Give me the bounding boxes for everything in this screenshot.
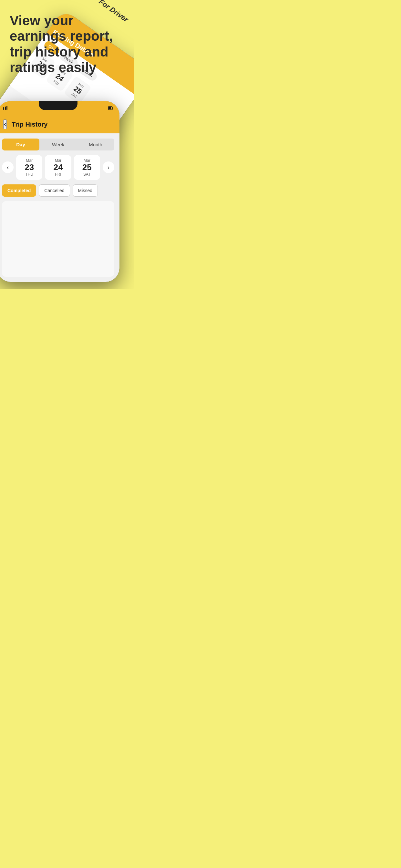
app-header: ‹ Trip History xyxy=(0,115,120,133)
battery-status-icon xyxy=(108,106,113,110)
date-label-1: FRI xyxy=(50,172,66,177)
svg-rect-5 xyxy=(109,107,111,110)
period-month-btn[interactable]: Month xyxy=(77,138,114,151)
app-title: Trip History xyxy=(11,121,48,128)
period-filter: Day Week Month xyxy=(2,138,114,151)
svg-rect-0 xyxy=(3,107,4,110)
date-day-1: 24 xyxy=(50,163,66,172)
date-day-0: 23 xyxy=(21,163,37,172)
page-container: For Driver View your earnings report, tr… xyxy=(0,0,134,289)
date-card-fri[interactable]: Mar 24 FRI xyxy=(45,155,71,180)
svg-rect-2 xyxy=(6,106,7,110)
signal-wifi-icon xyxy=(3,106,23,110)
header-title: View your earnings report, trip history … xyxy=(10,13,124,75)
period-week-btn[interactable]: Week xyxy=(39,138,77,151)
phone-notch xyxy=(39,101,78,110)
svg-rect-1 xyxy=(5,106,6,110)
status-time xyxy=(3,106,23,111)
svg-rect-4 xyxy=(113,107,113,109)
date-cards: Mar 23 THU Mar 24 FRI Mar 25 xyxy=(16,155,100,180)
date-month-0: Mar xyxy=(21,158,37,163)
phones-container: Earning Details Day Week Month Mar 23 xyxy=(0,82,134,282)
front-phone-inner: 9:41 ‹ Trip History xyxy=(0,101,120,282)
date-card-sat[interactable]: Mar 25 SAT xyxy=(74,155,100,180)
back-button[interactable]: ‹ xyxy=(3,120,7,129)
next-date-btn[interactable]: › xyxy=(103,161,114,173)
trips-list-area xyxy=(2,201,114,277)
status-tabs: Completed Cancelled Missed xyxy=(2,184,114,197)
period-day-btn[interactable]: Day xyxy=(2,138,39,151)
date-day-2: 25 xyxy=(79,163,95,172)
date-label-0: THU xyxy=(21,172,37,177)
cancelled-tab[interactable]: Cancelled xyxy=(39,184,70,197)
status-right xyxy=(108,106,113,110)
date-selector: ‹ Mar 23 THU Mar 24 FRI xyxy=(2,155,114,180)
date-card-thu[interactable]: Mar 23 THU xyxy=(16,155,42,180)
header-section: For Driver View your earnings report, tr… xyxy=(0,0,134,82)
completed-tab[interactable]: Completed xyxy=(2,184,36,197)
date-label-2: SAT xyxy=(79,172,95,177)
date-month-2: Mar xyxy=(79,158,95,163)
front-phone: 9:41 ‹ Trip History xyxy=(0,101,120,282)
date-month-1: Mar xyxy=(50,158,66,163)
app-content: Day Week Month ‹ Mar 23 THU xyxy=(0,133,120,282)
missed-tab[interactable]: Missed xyxy=(73,184,98,197)
prev-date-btn[interactable]: ‹ xyxy=(2,161,13,173)
